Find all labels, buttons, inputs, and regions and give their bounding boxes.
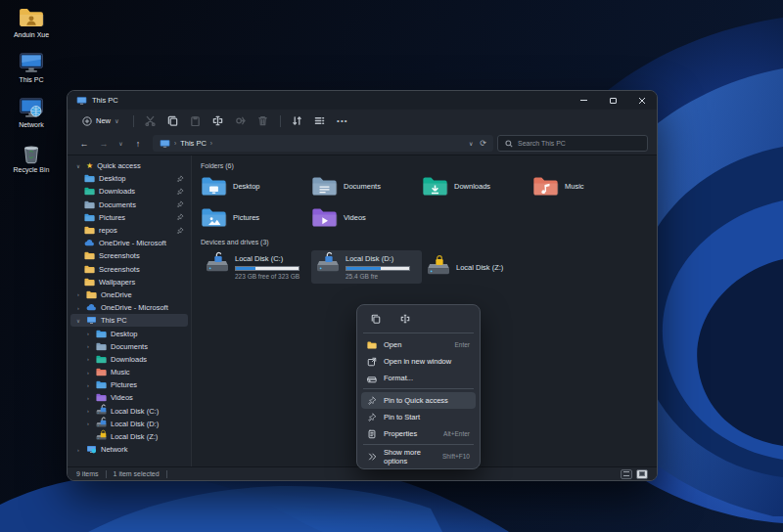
desktop-icon-network[interactable]: Network [2, 96, 61, 128]
chevron-right-icon[interactable]: › [74, 447, 82, 453]
menu-item-show-more-options[interactable]: Show more options Shift+F10 [361, 448, 476, 465]
desktop-icon-label: Anduin Xue [14, 31, 49, 38]
sidebar-item-network[interactable]: › Network [70, 443, 188, 456]
close-button[interactable] [627, 91, 657, 110]
sidebar-item-pc-music[interactable]: › Music [80, 366, 188, 378]
details-view-button[interactable] [621, 469, 632, 479]
search-input[interactable]: Search This PC [497, 135, 648, 152]
sidebar-item-screenshots[interactable]: Screenshots [80, 249, 188, 262]
share-button[interactable] [231, 112, 251, 129]
capacity-bar-fill [346, 267, 381, 270]
new-button[interactable]: New ∨ [75, 112, 126, 129]
desktop-icon-user-folder[interactable]: Anduin Xue [2, 6, 61, 38]
pin-icon [176, 200, 184, 208]
menu-item-properties[interactable]: Properties Alt+Enter [361, 425, 476, 442]
breadcrumb[interactable]: › This PC › ∨ ⟳ [153, 135, 493, 152]
folder-tile-videos[interactable]: Videos [311, 205, 422, 230]
desktop-icon-label: Recycle Bin [14, 166, 50, 173]
drive-tile-z[interactable]: Local Disk (Z:) [422, 250, 532, 284]
chevron-down-icon[interactable]: ∨ [74, 318, 82, 324]
menu-item-format[interactable]: Format... [361, 370, 476, 386]
desktop-icon-recycle-bin[interactable]: Recycle Bin [2, 141, 61, 173]
chevron-right-icon[interactable]: › [84, 356, 92, 362]
maximize-button[interactable] [598, 91, 627, 110]
sidebar-item-label: Videos [111, 393, 133, 402]
folder-tile-pictures[interactable]: Pictures [201, 205, 311, 230]
menu-item-open-new-window[interactable]: Open in new window [361, 353, 476, 370]
see-more-button[interactable]: ••• [333, 112, 352, 129]
sidebar-item-label: Local Disk (Z:) [111, 432, 158, 441]
drives-section-header[interactable]: Devices and drives (3) [201, 239, 657, 245]
sidebar-item-onedrive-microsoft[interactable]: OneDrive - Microsoft [80, 237, 188, 249]
large-icons-view-button[interactable] [636, 469, 648, 479]
minimize-button[interactable] [569, 91, 598, 110]
chevron-right-icon[interactable]: › [84, 382, 92, 388]
paste-button[interactable] [186, 112, 206, 129]
sidebar-item-screenshots-2[interactable]: Screenshots [80, 263, 188, 276]
breadcrumb-this-pc[interactable]: This PC [180, 139, 207, 148]
delete-button[interactable] [253, 112, 273, 129]
folder-icon [84, 174, 95, 183]
sidebar-item-local-disk-c[interactable]: › Local Disk (C:) [80, 405, 188, 418]
rename-button[interactable] [393, 311, 417, 327]
refresh-icon[interactable]: ⟳ [480, 139, 486, 148]
sort-button[interactable] [288, 112, 307, 129]
chevron-right-icon[interactable]: › [84, 395, 92, 401]
chevron-right-icon[interactable]: › [74, 305, 82, 311]
folder-tile-downloads[interactable]: Downloads [422, 174, 532, 199]
sidebar-item-downloads[interactable]: Downloads [80, 185, 188, 198]
forward-button[interactable]: → [96, 136, 112, 152]
sidebar-item-quick-access[interactable]: ∨ ★ Quick access [70, 159, 188, 172]
cut-button[interactable] [141, 112, 161, 129]
chevron-right-icon[interactable]: › [84, 370, 92, 376]
chevron-right-icon[interactable]: › [84, 408, 92, 414]
copy-button[interactable] [364, 311, 388, 327]
format-drive-icon [367, 374, 377, 383]
sidebar-item-documents[interactable]: Documents [80, 199, 188, 211]
sidebar-item-desktop[interactable]: Desktop [80, 172, 188, 185]
sidebar-item-pictures[interactable]: Pictures [80, 211, 188, 224]
breadcrumb-separator: › [174, 140, 176, 147]
chevron-right-icon[interactable]: › [84, 331, 92, 336]
folder-tile-desktop[interactable]: Desktop [201, 174, 311, 199]
drive-tile-d-selected[interactable]: Local Disk (D:) 25.4 GB fre [311, 250, 422, 284]
chevron-right-icon[interactable]: › [84, 421, 92, 426]
paste-icon [190, 115, 201, 126]
up-button[interactable]: ↑ [130, 136, 146, 152]
view-icon [314, 115, 325, 126]
folder-tile-music[interactable]: Music [532, 174, 643, 199]
sidebar-item-local-disk-d[interactable]: › Local Disk (D:) [80, 418, 188, 430]
sidebar-item-onedrive-microsoft-root[interactable]: › OneDrive - Microsoft [70, 301, 188, 314]
chevron-right-icon[interactable]: › [84, 343, 92, 349]
chevron-right-icon[interactable]: › [74, 291, 82, 297]
menu-item-open[interactable]: Open Enter [361, 336, 476, 353]
sidebar-item-pc-pictures[interactable]: › Pictures [80, 378, 188, 391]
folder-tile-documents[interactable]: Documents [311, 174, 422, 199]
back-button[interactable]: ← [76, 136, 92, 152]
sidebar-item-repos[interactable]: repos [80, 224, 188, 237]
title-bar[interactable]: This PC [68, 91, 657, 110]
sidebar-item-pc-documents[interactable]: › Documents [80, 340, 188, 353]
desktop-icon-this-pc[interactable]: This PC [2, 51, 61, 83]
sort-icon [292, 115, 302, 126]
sidebar-item-pc-videos[interactable]: › Videos [80, 391, 188, 404]
copy-button[interactable] [163, 112, 183, 129]
menu-item-pin-to-start[interactable]: Pin to Start [361, 409, 476, 425]
sidebar-item-pc-downloads[interactable]: › Downloads [80, 353, 188, 366]
folders-section-header[interactable]: Folders (6) [201, 162, 657, 169]
menu-item-pin-to-quick-access[interactable]: Pin to Quick access [361, 392, 476, 409]
rename-button[interactable] [208, 112, 228, 129]
copy-icon [167, 115, 178, 126]
drive-tile-c[interactable]: Local Disk (C:) 223 GB free of 323 GB [201, 250, 311, 284]
recent-locations-button[interactable]: ∨ [115, 136, 126, 152]
more-icon: ••• [337, 116, 347, 125]
sidebar-item-local-disk-z[interactable]: Local Disk (Z:) [80, 430, 188, 443]
address-dropdown-icon[interactable]: ∨ [469, 140, 473, 147]
sidebar-item-pc-desktop[interactable]: › Desktop [80, 327, 188, 339]
sidebar-item-onedrive[interactable]: › OneDrive [70, 288, 188, 301]
sidebar-item-wallpapers[interactable]: Wallpapers [80, 276, 188, 288]
chevron-down-icon[interactable]: ∨ [74, 163, 82, 169]
view-button[interactable] [310, 112, 330, 129]
sidebar-item-label: Network [101, 445, 128, 454]
sidebar-item-this-pc[interactable]: ∨ This PC [70, 314, 188, 327]
